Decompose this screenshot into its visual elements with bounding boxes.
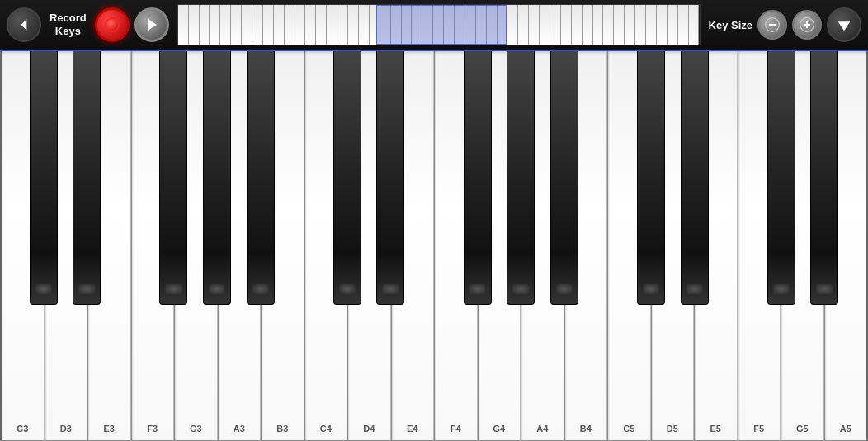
piano-keyboard: C3D3E3F3G3A3B3C4D4E4F4G4A4B4C5D5E5F5G5A5	[0, 51, 868, 441]
mini-white-key	[507, 5, 518, 45]
key-label: G5	[796, 424, 809, 434]
toolbar-right: Key Size	[709, 7, 861, 42]
black-key[interactable]	[550, 51, 578, 305]
mini-piano-strip[interactable]	[177, 4, 701, 45]
black-key[interactable]	[247, 51, 275, 305]
key-label: E4	[407, 424, 417, 434]
mini-white-key	[657, 5, 668, 45]
mini-white-key	[583, 5, 593, 45]
mini-white-key	[359, 5, 370, 45]
mini-white-key	[285, 5, 295, 45]
svg-marker-0	[21, 19, 27, 30]
mini-white-key	[540, 5, 550, 45]
record-indicator	[105, 17, 120, 32]
key-label: F4	[451, 424, 461, 434]
key-label: D3	[60, 424, 72, 434]
mini-white-key	[550, 5, 561, 45]
black-key[interactable]	[333, 51, 361, 305]
piano-container: C3D3E3F3G3A3B3C4D4E4F4G4A4B4C5D5E5F5G5A5	[0, 51, 868, 441]
mini-white-key	[305, 5, 316, 45]
mini-white-key	[316, 5, 327, 45]
mini-white-key	[295, 5, 306, 45]
key-size-increase-button[interactable]	[792, 10, 822, 40]
mini-white-key	[327, 5, 337, 45]
mini-white-key	[200, 5, 210, 45]
mini-white-key	[603, 5, 614, 45]
mini-white-key	[635, 5, 646, 45]
record-keys-label: RecordKeys	[50, 12, 87, 37]
key-label: B4	[580, 424, 592, 434]
mini-white-key	[518, 5, 529, 45]
key-label: A4	[536, 424, 548, 434]
key-label: C5	[623, 424, 634, 434]
toolbar-left: RecordKeys	[7, 7, 169, 42]
toolbar: RecordKeys Key Size	[0, 0, 868, 51]
mini-white-key	[678, 5, 689, 45]
mini-white-key	[689, 5, 700, 45]
key-label: G3	[190, 424, 202, 434]
play-button[interactable]	[134, 7, 169, 42]
mini-white-key	[220, 5, 231, 45]
key-label: D4	[363, 424, 375, 434]
mini-white-key	[210, 5, 220, 45]
black-key[interactable]	[203, 51, 231, 305]
mini-white-key	[231, 5, 242, 45]
svg-marker-1	[148, 19, 157, 31]
mini-white-key	[614, 5, 625, 45]
mini-white-key	[263, 5, 274, 45]
black-key[interactable]	[810, 51, 838, 305]
scroll-right-button[interactable]	[827, 7, 861, 42]
key-size-label: Key Size	[709, 19, 752, 31]
scroll-left-button[interactable]	[7, 7, 41, 42]
mini-white-key	[668, 5, 678, 45]
mini-white-key	[572, 5, 583, 45]
mini-white-key	[529, 5, 540, 45]
black-key[interactable]	[159, 51, 187, 305]
mini-white-key	[242, 5, 252, 45]
key-label: G4	[493, 424, 505, 434]
svg-marker-8	[838, 21, 851, 31]
mini-white-key	[274, 5, 285, 45]
key-label: B3	[276, 424, 288, 434]
black-key[interactable]	[73, 51, 101, 305]
mini-white-key	[189, 5, 200, 45]
key-label: D5	[667, 424, 678, 434]
black-key[interactable]	[464, 51, 492, 305]
mini-white-key	[178, 5, 189, 45]
key-label: F3	[147, 424, 158, 434]
black-key[interactable]	[376, 51, 404, 305]
mini-piano-highlight	[376, 5, 507, 45]
black-key[interactable]	[681, 51, 709, 305]
mini-white-key	[252, 5, 263, 45]
mini-white-key	[348, 5, 359, 45]
key-label: A5	[840, 424, 851, 434]
key-label: C4	[320, 424, 332, 434]
black-key[interactable]	[30, 51, 58, 305]
mini-white-key	[337, 5, 348, 45]
key-label: E5	[710, 424, 721, 434]
mini-white-key	[561, 5, 572, 45]
black-key[interactable]	[507, 51, 535, 305]
mini-white-key	[625, 5, 635, 45]
key-label: A3	[234, 424, 245, 434]
key-size-decrease-button[interactable]	[757, 10, 787, 40]
black-key[interactable]	[767, 51, 795, 305]
mini-white-key	[646, 5, 657, 45]
black-key[interactable]	[637, 51, 665, 305]
key-label: E3	[104, 424, 115, 434]
key-label: C3	[17, 424, 28, 434]
record-button[interactable]	[95, 7, 130, 42]
key-label: F5	[753, 424, 764, 434]
mini-white-key	[593, 5, 604, 45]
